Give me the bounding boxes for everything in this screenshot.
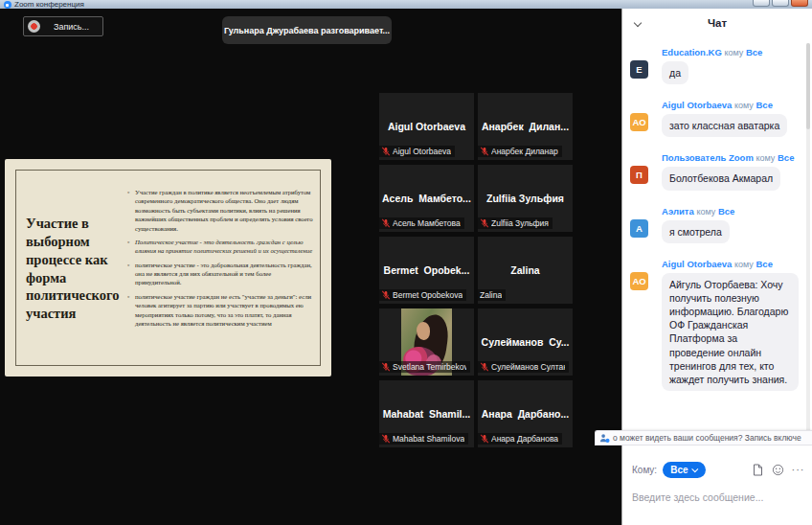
message-header: Пользователь Zoom кому Все: [662, 152, 799, 163]
participant-name-label: Mahabat Shamilova: [379, 433, 468, 445]
window-titlebar[interactable]: Zoom конференция: [0, 0, 812, 9]
privacy-notice-text: о может видеть ваши сообщения? Запись вк…: [613, 433, 801, 443]
participant-name-label: Aigul Otorbaeva: [379, 146, 455, 157]
chat-message: A Аэлита кому Все я смотрела: [628, 206, 799, 243]
chat-message: AO Aigul Otorbaeva кому Все зато классна…: [628, 100, 799, 137]
chat-panel: Чат E Education.KG кому Все да AO Aigul …: [621, 9, 812, 525]
active-speaker-text: Гульнара Джурабаева разговаривает...: [224, 26, 390, 35]
avatar: AO: [630, 113, 648, 131]
message-bubble: зато классная аватарка: [662, 114, 787, 137]
message-header: Аэлита кому Все: [662, 206, 799, 217]
to-label: Кому:: [632, 465, 657, 475]
participant-name-label: Асель Мамбетова: [379, 217, 464, 229]
muted-mic-icon: [480, 362, 489, 372]
record-icon: [28, 20, 40, 33]
participant-name-label: Svetlana Temirbekova: [379, 361, 470, 373]
participant-name-label: Bermet Opobekova: [379, 289, 466, 301]
participant-tile[interactable]: Aigul Otorbaeva Aigul Otorbaeva: [379, 93, 474, 160]
recipient-name[interactable]: Все: [746, 47, 762, 57]
slide-bullet-list: Участие граждан в политике является неот…: [127, 188, 315, 332]
participant-name-label: Zulfiia Зульфия: [478, 217, 553, 229]
chat-compose-area: Кому: Все ··· Введите здесь сообщение...: [622, 451, 812, 525]
close-button[interactable]: [791, 0, 808, 7]
message-bubble: я смотрела: [662, 220, 730, 243]
avatar: E: [630, 60, 648, 79]
file-attach-icon[interactable]: [752, 464, 764, 476]
participant-name-label: Анара Дарбанова: [478, 433, 562, 445]
participant-tile[interactable]: Svetlana Temirbekova: [379, 308, 474, 376]
avatar: A: [630, 219, 648, 238]
slide-bullet: Политическое участие - это деятельность …: [127, 238, 315, 256]
participant-tile[interactable]: Zalina Zalina: [478, 237, 573, 304]
chat-header: Чат: [622, 9, 812, 37]
message-bubble: да: [662, 61, 688, 84]
muted-mic-icon: [381, 290, 391, 300]
to-connector: кому: [756, 153, 776, 163]
slide-title: Участие в выборном процессе как форма по…: [26, 215, 124, 323]
sender-name[interactable]: Aigul Otorbaeva: [662, 259, 732, 269]
participant-tile[interactable]: Анара Дарбано... Анара Дарбанова: [478, 380, 573, 447]
to-connector: кому: [734, 260, 754, 269]
muted-mic-icon: [381, 147, 391, 156]
chevron-down-icon: [691, 466, 698, 472]
shared-slide: Участие в выборном процессе как форма по…: [5, 159, 331, 377]
message-header: Aigul Otorbaeva кому Все: [662, 259, 799, 269]
participant-tile[interactable]: Асель Мамбето... Асель Мамбетова: [379, 165, 474, 232]
slide-bullet: политическое участие граждан не есть "уч…: [127, 292, 315, 329]
window-title: Zoom конференция: [14, 0, 84, 9]
avatar: AO: [630, 272, 648, 290]
participant-tile[interactable]: Bermet Opobek... Bermet Opobekova: [379, 237, 474, 304]
recipient-name[interactable]: Все: [756, 259, 773, 269]
participant-name-label: Анарбек Диланар: [478, 146, 562, 157]
participant-tile[interactable]: Mahabat Shamil... Mahabat Shamilova: [379, 380, 474, 447]
to-connector: кому: [696, 207, 715, 217]
participant-name-label: Zalina: [478, 289, 506, 301]
recipient-name[interactable]: Все: [756, 100, 773, 110]
participant-tile[interactable]: Сулейманов Су... Сулейманов Султан ...: [478, 308, 573, 376]
to-connector: кому: [724, 48, 743, 57]
sender-name[interactable]: Аэлита: [662, 206, 694, 217]
emoji-icon[interactable]: [772, 464, 784, 476]
more-options-icon[interactable]: ···: [792, 464, 804, 476]
sender-name[interactable]: Пользователь Zoom: [662, 152, 754, 163]
avatar: П: [630, 166, 648, 184]
meeting-video-area: Запись... Гульнара Джурабаева разговарив…: [0, 9, 621, 525]
zoom-window: Zoom конференция Запись... Гульнара Джур…: [0, 0, 812, 525]
to-connector: кому: [734, 101, 754, 110]
sender-name[interactable]: Education.KG: [662, 47, 722, 57]
chat-scrollbar[interactable]: [806, 43, 810, 434]
muted-mic-icon: [480, 147, 489, 156]
person-icon: [599, 433, 610, 444]
recipient-name[interactable]: Все: [778, 152, 794, 163]
participant-grid: Aigul Otorbaeva Aigul Otorbaeva Анарбек …: [379, 93, 573, 447]
minimize-button[interactable]: [753, 0, 770, 7]
recording-indicator-button[interactable]: Запись...: [23, 16, 103, 36]
maximize-button[interactable]: [772, 0, 789, 7]
scrollbar-thumb[interactable]: [806, 43, 810, 129]
zoom-app-icon: [4, 1, 11, 9]
message-header: Education.KG кому Все: [662, 47, 799, 57]
message-header: Aigul Otorbaeva кому Все: [662, 100, 799, 110]
muted-mic-icon: [480, 434, 489, 444]
muted-mic-icon: [381, 434, 391, 444]
chat-privacy-notice: о может видеть ваши сообщения? Запись вк…: [595, 430, 812, 445]
recipient-name[interactable]: Все: [718, 206, 734, 217]
chat-message-list[interactable]: E Education.KG кому Все да AO Aigul Otor…: [622, 43, 804, 428]
recipient-select[interactable]: Все: [663, 462, 705, 478]
message-input[interactable]: Введите здесь сообщение...: [632, 491, 763, 503]
message-bubble: Болотбекова Акмарал: [662, 167, 780, 190]
sender-name[interactable]: Aigul Otorbaeva: [662, 100, 732, 110]
muted-mic-icon: [480, 218, 489, 228]
chat-message: П Пользователь Zoom кому Все Болотбекова…: [628, 152, 799, 190]
recording-label: Запись...: [40, 22, 102, 32]
chat-message: AO Aigul Otorbaeva кому Все Айгуль Оторб…: [628, 259, 799, 391]
chat-message: E Education.KG кому Все да: [628, 47, 799, 84]
compose-toolbar: Кому: Все ···: [632, 461, 804, 478]
participant-tile[interactable]: Zulfiia Зульфия Zulfiia Зульфия: [478, 165, 573, 232]
slide-bullet: Участие граждан в политике является неот…: [127, 188, 315, 233]
muted-mic-icon: [381, 362, 391, 372]
participant-tile[interactable]: Анарбек Дилан... Анарбек Диланар: [478, 93, 573, 160]
active-speaker-toast: Гульнара Джурабаева разговаривает...: [222, 16, 392, 44]
muted-mic-icon: [381, 218, 391, 228]
participant-name-label: Сулейманов Султан ...: [478, 361, 569, 373]
